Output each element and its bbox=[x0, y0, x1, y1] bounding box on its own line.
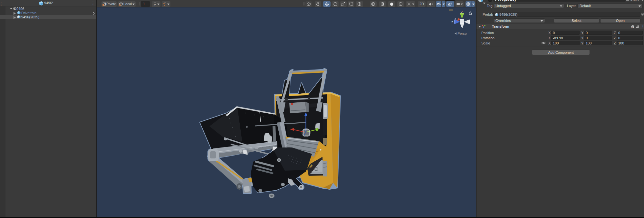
svg-text:Persp: Persp bbox=[457, 32, 467, 35]
svg-text:z: z bbox=[451, 20, 453, 24]
svg-text:Y: Y bbox=[154, 4, 156, 6]
svg-text:?: ? bbox=[632, 26, 633, 28]
